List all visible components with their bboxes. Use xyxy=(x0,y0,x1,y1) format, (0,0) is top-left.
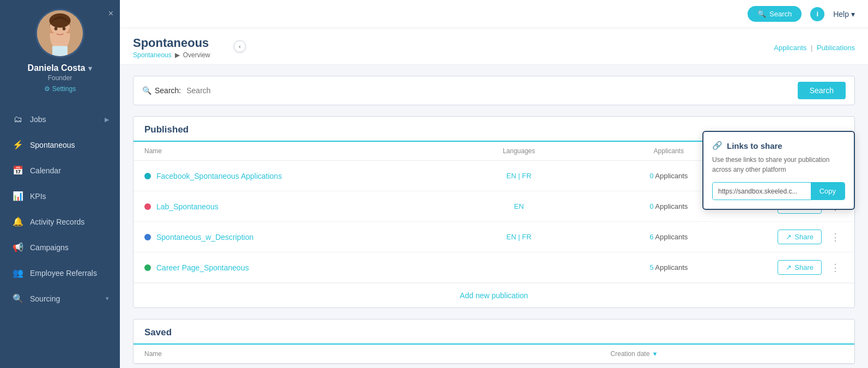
links-to-share-popup: 🔗 Links to share Use these links to shar… xyxy=(702,131,855,210)
applicants-cell: 6 Applicants xyxy=(594,233,744,241)
share-button[interactable]: ↗ Share xyxy=(778,230,822,244)
sidebar-item-spontaneous[interactable]: ⚡ Spontaneous xyxy=(0,132,120,158)
calendar-icon: 📅 xyxy=(13,165,23,176)
publication-link[interactable]: Spontaneous_w_Description xyxy=(156,233,253,242)
saved-col-header-date: Creation date ▼ xyxy=(610,350,843,358)
collapse-sidebar-button[interactable]: ‹ xyxy=(234,40,246,52)
content-area: 🔍 Search: Search Published Name Language… xyxy=(120,65,868,368)
more-options-button[interactable]: ⋮ xyxy=(827,262,843,274)
publication-link[interactable]: Facebook_Spontaneous Applications xyxy=(156,172,282,180)
breadcrumb-arrow-icon: ▶ xyxy=(175,51,180,59)
help-button[interactable]: Help ▾ xyxy=(833,10,855,19)
sourcing-icon: 🔍 xyxy=(13,293,23,304)
jobs-icon: 🗂 xyxy=(13,114,23,124)
search-label: 🔍 Search: xyxy=(142,86,181,95)
kpis-icon: 📊 xyxy=(13,191,23,201)
search-bar: 🔍 Search: Search xyxy=(133,76,855,105)
actions-cell: ↗ Share ⋮ xyxy=(744,230,843,244)
gear-icon: ⚙ xyxy=(44,85,50,93)
breadcrumb-spontaneous-link[interactable]: Spontaneous xyxy=(133,51,172,59)
more-options-button[interactable]: ⋮ xyxy=(827,231,843,243)
topbar-search-button[interactable]: 🔍 Search xyxy=(748,6,802,22)
share-button[interactable]: ↗ Share xyxy=(778,260,822,275)
status-dot xyxy=(144,264,151,271)
publications-link[interactable]: Publications xyxy=(817,44,855,52)
jobs-arrow-icon: ▶ xyxy=(105,116,109,123)
breadcrumb: Spontaneous ▶ Overview xyxy=(133,51,210,59)
popup-link-row: https://sandbox.skeeled.c... Copy xyxy=(712,182,845,200)
publication-link[interactable]: Lab_Spontaneous xyxy=(156,202,218,211)
link-icon: 🔗 xyxy=(712,141,723,150)
col-header-languages: Languages xyxy=(444,147,594,155)
status-dot xyxy=(144,203,151,210)
filter-icon[interactable]: ▼ xyxy=(652,351,658,357)
share-icon: ↗ xyxy=(786,263,792,272)
page-header: ‹ Spontaneous Spontaneous ▶ Overview App… xyxy=(120,28,868,65)
saved-table-header: Name Creation date ▼ xyxy=(133,345,854,364)
sourcing-arrow-icon: ▾ xyxy=(106,295,109,302)
sidebar-item-activity-records[interactable]: 🔔 Activity Records xyxy=(0,209,120,234)
share-icon: ↗ xyxy=(786,233,792,241)
avatar xyxy=(35,9,84,58)
main-content: 🔍 Search i Help ▾ ‹ Spontaneous Spontane… xyxy=(120,0,868,368)
saved-col-header-name: Name xyxy=(144,350,610,358)
spontaneous-icon: ⚡ xyxy=(13,140,23,150)
sidebar-item-kpis[interactable]: 📊 KPIs xyxy=(0,183,120,209)
status-dot xyxy=(144,234,151,240)
campaigns-icon: 📢 xyxy=(13,242,23,252)
search-button[interactable]: Search xyxy=(798,82,846,99)
popup-link-value: https://sandbox.skeeled.c... xyxy=(713,183,811,200)
publication-link[interactable]: Career Page_Spontaneous xyxy=(156,263,249,272)
search-icon: 🔍 xyxy=(757,10,766,18)
sidebar-item-campaigns[interactable]: 📢 Campaigns xyxy=(0,234,120,260)
language-cell: EN | FR xyxy=(444,233,594,241)
popup-title: 🔗 Links to share xyxy=(712,141,845,150)
sidebar-item-sourcing[interactable]: 🔍 Sourcing ▾ xyxy=(0,286,120,311)
sidebar-item-jobs[interactable]: 🗂 Jobs ▶ xyxy=(0,107,120,132)
sidebar-item-employee-referrals[interactable]: 👥 Employee Referrals xyxy=(0,260,120,286)
sidebar-nav: 🗂 Jobs ▶ ⚡ Spontaneous 📅 Calendar 📊 KPIs… xyxy=(0,107,120,311)
applicants-cell: 5 Applicants xyxy=(594,263,744,272)
add-publication-button[interactable]: Add new publication xyxy=(133,283,854,307)
copy-button[interactable]: Copy xyxy=(811,183,845,200)
svg-point-6 xyxy=(63,27,66,31)
col-header-name: Name xyxy=(144,147,444,155)
actions-cell: ↗ Share ⋮ xyxy=(744,260,843,275)
help-arrow-icon: ▾ xyxy=(851,10,855,19)
svg-rect-7 xyxy=(52,46,68,56)
saved-section-title: Saved xyxy=(144,327,843,338)
search-bar-icon: 🔍 xyxy=(142,86,151,95)
saved-section-header: Saved xyxy=(133,319,854,345)
info-icon[interactable]: i xyxy=(810,7,824,21)
table-row: Spontaneous_w_Description EN | FR 6 Appl… xyxy=(133,222,854,252)
settings-link[interactable]: ⚙ Settings xyxy=(44,85,76,93)
sidebar-close-icon[interactable]: × xyxy=(108,9,113,19)
avatar-image xyxy=(37,10,83,56)
search-input[interactable] xyxy=(186,86,792,95)
popup-description: Use these links to share your publicatio… xyxy=(712,155,845,174)
user-role: Founder xyxy=(48,74,72,82)
topbar: 🔍 Search i Help ▾ xyxy=(120,0,868,28)
sidebar-item-calendar[interactable]: 📅 Calendar xyxy=(0,158,120,183)
language-cell: EN | FR xyxy=(444,172,594,180)
table-row: Career Page_Spontaneous 5 Applicants ↗ S… xyxy=(133,252,854,283)
sidebar: × Daniela Costa ▾ Founder ⚙ Setting xyxy=(0,0,120,368)
language-cell: EN xyxy=(444,202,594,210)
saved-section: Saved Name Creation date ▼ xyxy=(133,319,855,364)
breadcrumb-current: Overview xyxy=(183,51,210,59)
page-title: Spontaneous xyxy=(133,36,210,50)
page-header-nav: Applicants | Publications xyxy=(774,44,855,52)
activity-icon: 🔔 xyxy=(13,216,23,227)
status-dot xyxy=(144,173,151,179)
applicants-link[interactable]: Applicants xyxy=(774,44,806,52)
referrals-icon: 👥 xyxy=(13,268,23,278)
user-name[interactable]: Daniela Costa ▾ xyxy=(28,63,93,73)
svg-point-5 xyxy=(54,27,58,31)
